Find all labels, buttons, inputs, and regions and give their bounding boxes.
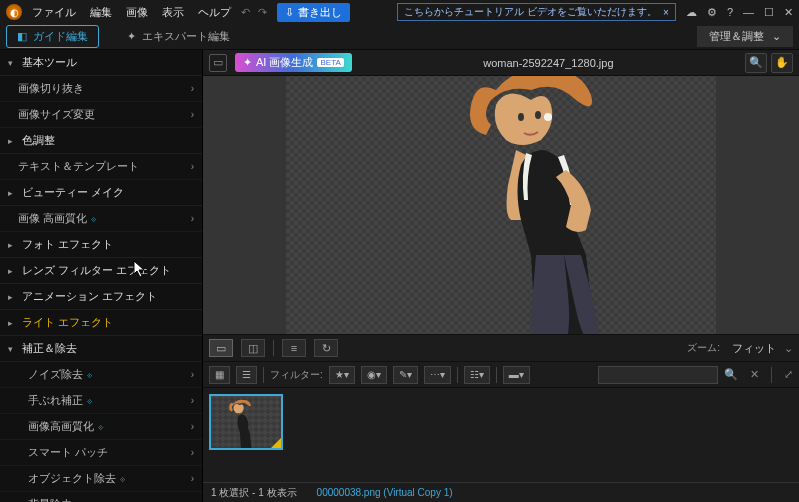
- sidebar-label: アニメーション エフェクト: [22, 289, 157, 304]
- sidebar-item-resize[interactable]: 画像サイズ変更›: [0, 102, 202, 128]
- main-menu: ファイル 編集 画像 表示 ヘルプ: [32, 5, 231, 20]
- guide-icon: ◧: [17, 30, 27, 43]
- menu-image[interactable]: 画像: [126, 5, 148, 20]
- chevron-right-icon: ›: [191, 395, 194, 406]
- sidebar-item-bg-remove[interactable]: 背景除去⟐›: [0, 492, 202, 502]
- export-button[interactable]: ⇩ 書き出し: [277, 3, 350, 22]
- sidebar-cat-correction[interactable]: ▾補正＆除去: [0, 336, 202, 362]
- canvas-image: [286, 76, 716, 334]
- grid-view-icon[interactable]: ▦: [209, 366, 230, 384]
- search-icon[interactable]: 🔍: [724, 368, 738, 381]
- filter-label: フィルター:: [270, 368, 323, 382]
- clear-icon[interactable]: ✕: [750, 368, 759, 381]
- close-window-icon[interactable]: ✕: [784, 6, 793, 19]
- sidebar-label: 補正＆除去: [22, 341, 77, 356]
- help-icon[interactable]: ?: [727, 6, 733, 18]
- sidebar-cat-color[interactable]: ▸色調整: [0, 128, 202, 154]
- sidebar-label: ノイズ除去: [28, 367, 83, 382]
- histogram-icon[interactable]: ≡: [282, 339, 306, 357]
- manage-label: 管理＆調整: [709, 29, 764, 44]
- cloud-icon[interactable]: ☁: [686, 6, 697, 19]
- sidebar-cat-anim-effect[interactable]: ▸アニメーション エフェクト: [0, 284, 202, 310]
- filter-color-icon[interactable]: ◉▾: [361, 366, 387, 384]
- sidebar-label: ライト エフェクト: [22, 315, 113, 330]
- sidebar-cat-basic-tools[interactable]: ▾基本ツール: [0, 50, 202, 76]
- sidebar-label: フォト エフェクト: [22, 237, 113, 252]
- sidebar-item-hq[interactable]: 画像 高画質化⟐›: [0, 206, 202, 232]
- sidebar-label: 背景除去: [28, 497, 72, 502]
- zoom-value[interactable]: フィット: [732, 341, 776, 356]
- sidebar-item-smart-patch[interactable]: スマート パッチ›: [0, 440, 202, 466]
- sparkle-icon: ✦: [243, 56, 252, 69]
- thumbnail-strip: [203, 388, 799, 482]
- sidebar-cat-lens-filter[interactable]: ▸レンズ フィルター エフェクト: [0, 258, 202, 284]
- sidebar-cat-photo-effect[interactable]: ▸フォト エフェクト: [0, 232, 202, 258]
- thumbnail[interactable]: [209, 394, 283, 450]
- filter-more-icon[interactable]: ⋯▾: [424, 366, 451, 384]
- filter-star-icon[interactable]: ★▾: [329, 366, 355, 384]
- list-view-icon[interactable]: ☰: [236, 366, 257, 384]
- sidebar-label: レンズ フィルター エフェクト: [22, 263, 171, 278]
- expert-icon: ✦: [127, 30, 136, 43]
- sidebar-item-noise[interactable]: ノイズ除去⟐›: [0, 362, 202, 388]
- status-bar: 1 枚選択 - 1 枚表示 00000038.png (Virtual Copy…: [203, 482, 799, 502]
- manage-adjust-button[interactable]: 管理＆調整 ⌄: [697, 26, 793, 47]
- ai-badge-icon: ⟐: [91, 214, 96, 224]
- rotate-icon[interactable]: ↻: [314, 339, 338, 357]
- view-compare-icon[interactable]: ◫: [241, 339, 265, 357]
- sidebar-label: スマート パッチ: [28, 445, 108, 460]
- ai-badge-icon: ⟐: [87, 396, 92, 406]
- status-filename: 00000038.png (Virtual Copy 1): [317, 487, 453, 498]
- sidebar-item-crop[interactable]: 画像切り抜き›: [0, 76, 202, 102]
- hand-tool-icon[interactable]: ✋: [771, 53, 793, 73]
- tab-expert-label: エキスパート編集: [142, 29, 230, 44]
- tutorial-banner[interactable]: こちらからチュートリアル ビデオをご覧いただけます。 ×: [397, 3, 676, 21]
- chevron-down-icon: ⌄: [772, 30, 781, 43]
- maximize-icon[interactable]: ☐: [764, 6, 774, 19]
- ai-badge-icon: ⟐: [87, 370, 92, 380]
- minimize-icon[interactable]: —: [743, 6, 754, 18]
- svg-point-1: [535, 111, 541, 119]
- gear-icon[interactable]: ⚙: [707, 6, 717, 19]
- menu-view[interactable]: 表示: [162, 5, 184, 20]
- status-selection: 1 枚選択 - 1 枚表示: [211, 486, 297, 500]
- ai-image-gen-button[interactable]: ✦ AI 画像生成 BETA: [235, 53, 352, 72]
- chevron-right-icon: ›: [191, 83, 194, 94]
- sidebar-label: 画像切り抜き: [18, 81, 84, 96]
- sidebar-item-hq2[interactable]: 画像高画質化⟐›: [0, 414, 202, 440]
- redo-icon[interactable]: ↷: [258, 6, 267, 19]
- sidebar: ▾基本ツール 画像切り抜き› 画像サイズ変更› ▸色調整 テキスト＆テンプレート…: [0, 50, 203, 502]
- chevron-down-icon[interactable]: ⌄: [784, 342, 793, 355]
- canvas[interactable]: [203, 76, 799, 334]
- sidebar-cat-light-effect[interactable]: ▸ライト エフェクト: [0, 310, 202, 336]
- tab-guide-edit[interactable]: ◧ ガイド編集: [6, 25, 99, 48]
- close-icon[interactable]: ×: [663, 7, 669, 18]
- content-area: ▭ ✦ AI 画像生成 BETA woman-2592247_1280.jpg …: [203, 50, 799, 502]
- runner-figure: [436, 76, 716, 334]
- sidebar-label: 画像高画質化: [28, 419, 94, 434]
- menu-edit[interactable]: 編集: [90, 5, 112, 20]
- menu-file[interactable]: ファイル: [32, 5, 76, 20]
- zoom-tool-icon[interactable]: 🔍: [745, 53, 767, 73]
- document-header: ▭ ✦ AI 画像生成 BETA woman-2592247_1280.jpg …: [203, 50, 799, 76]
- view-single-icon[interactable]: ▭: [209, 339, 233, 357]
- sidebar-item-blur[interactable]: 手ぶれ補正⟐›: [0, 388, 202, 414]
- tab-guide-label: ガイド編集: [33, 29, 88, 44]
- titlebar: ◐ ファイル 編集 画像 表示 ヘルプ ↶ ↷ ⇩ 書き出し こちらからチュート…: [0, 0, 799, 24]
- filter-bar: ▦ ☰ フィルター: ★▾ ◉▾ ✎▾ ⋯▾ ☷▾ ▬▾ 🔍 ✕ ⤢: [203, 362, 799, 388]
- tab-expert-edit[interactable]: ✦ エキスパート編集: [117, 26, 240, 47]
- ai-gen-label: AI 画像生成: [256, 55, 313, 70]
- edited-indicator-icon: [271, 438, 281, 448]
- sidebar-cat-beauty[interactable]: ▸ビューティー メイク: [0, 180, 202, 206]
- menu-help[interactable]: ヘルプ: [198, 5, 231, 20]
- sidebar-item-obj-remove[interactable]: オブジェクト除去⟐›: [0, 466, 202, 492]
- popout-icon[interactable]: ⤢: [784, 368, 793, 381]
- filter-tag-icon[interactable]: ✎▾: [393, 366, 418, 384]
- sort-icon[interactable]: ☷▾: [464, 366, 490, 384]
- chevron-right-icon: ›: [191, 421, 194, 432]
- search-input[interactable]: [598, 366, 718, 384]
- folder-icon[interactable]: ▭: [209, 54, 227, 72]
- undo-icon[interactable]: ↶: [241, 6, 250, 19]
- stack-icon[interactable]: ▬▾: [503, 366, 530, 384]
- sidebar-item-text-template[interactable]: テキスト＆テンプレート›: [0, 154, 202, 180]
